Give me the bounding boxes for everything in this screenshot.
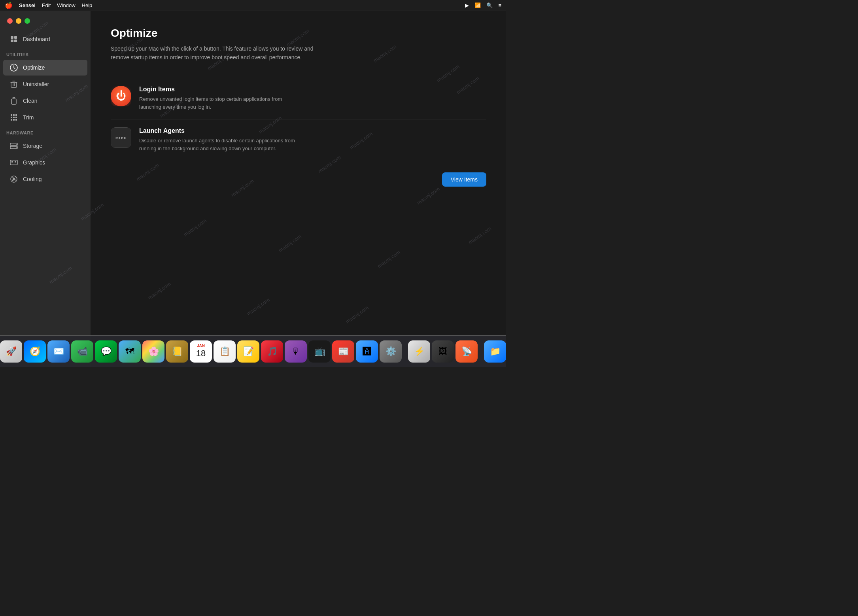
sidebar-hardware-label: Hardware [0,126,91,138]
svg-point-23 [13,178,15,180]
svg-rect-6 [11,114,12,116]
sidebar-item-clean[interactable]: Clean [3,93,87,109]
minimize-button[interactable] [16,18,21,24]
svg-rect-8 [15,114,17,116]
launch-agents-icon: exec [111,127,131,148]
cooling-icon [9,175,18,183]
menubar-control-center-icon[interactable]: ≡ [498,2,501,8]
dock-item-calendar[interactable]: JAN18 [190,340,212,363]
svg-rect-20 [11,161,13,163]
dock-item-notes[interactable]: 📝 [237,340,259,363]
sidebar-item-graphics[interactable]: Graphics [3,155,87,170]
clean-icon [9,96,18,105]
sidebar-item-label-clean: Clean [23,98,38,104]
svg-rect-2 [11,40,13,42]
view-items-button[interactable]: View Items [442,172,486,187]
dock-item-iphoto[interactable]: 🖼 [432,340,454,363]
svg-point-17 [16,144,17,145]
storage-icon [9,142,18,150]
svg-rect-5 [11,82,17,87]
sidebar-item-label-trim: Trim [23,114,34,121]
sidebar: Dashboard Utilities Optimize [0,11,91,367]
sidebar-item-cooling[interactable]: Cooling [3,171,87,187]
dock-item-reminders[interactable]: 📋 [214,340,236,363]
exec-icon: exec [111,127,131,148]
dock-item-appletv[interactable]: 📺 [308,340,331,363]
svg-rect-19 [10,160,17,165]
svg-rect-1 [14,36,17,39]
menubar-app-name[interactable]: Sensei [19,2,36,8]
login-items-text: Login Items Remove unwanted login items … [139,86,486,111]
main-layout: Dashboard Utilities Optimize [0,11,506,367]
svg-point-18 [16,147,17,148]
dock-item-facetime[interactable]: 📹 [71,340,93,363]
svg-rect-3 [14,40,17,42]
apple-menu-icon[interactable]: 🍎 [5,2,13,9]
menubar-search-icon[interactable]: 🔍 [486,2,493,8]
dock-item-notefile[interactable]: 📒 [166,340,188,363]
sidebar-item-trim[interactable]: Trim [3,110,87,125]
sidebar-item-label-optimize: Optimize [23,64,45,71]
dashboard-icon [9,35,18,43]
menubar-help[interactable]: Help [82,2,93,8]
dock-item-reeder[interactable]: 📡 [455,340,478,363]
page-title: Optimize [111,27,486,40]
dock-item-sysprefs[interactable]: ⚙️ [380,340,402,363]
menubar-edit[interactable]: Edit [42,2,51,8]
svg-rect-12 [11,119,12,121]
sidebar-item-dashboard[interactable]: Dashboard [3,31,87,47]
dock: 🔵 🚀 🧭 ✉️ 📹 💬 🗺 🌸 📒 JAN18 📋 📝 🎵 🎙 📺 📰 🅰 ⚙… [0,335,506,367]
page-description: Speed up your Mac with the click of a bu… [111,44,316,62]
svg-rect-13 [13,119,15,121]
graphics-icon [9,158,18,167]
menubar-window[interactable]: Window [57,2,75,8]
sidebar-item-storage[interactable]: Storage [3,138,87,154]
dock-item-files[interactable]: 📁 [484,340,506,363]
feature-launch-agents: exec Launch Agents Disable or remove lau… [111,119,486,161]
sidebar-item-label-cooling: Cooling [23,176,42,182]
dock-item-news[interactable]: 📰 [332,340,354,363]
dock-item-podcasts[interactable]: 🎙 [285,340,307,363]
launch-agents-desc: Disable or remove launch agents to disab… [139,137,297,153]
power-icon: ⏻ [111,86,131,106]
dock-item-messages[interactable]: 💬 [95,340,117,363]
login-items-icon: ⏻ [111,86,131,106]
dock-item-maps[interactable]: 🗺 [119,340,141,363]
optimize-icon [9,63,18,72]
sidebar-utilities-label: Utilities [0,47,91,59]
launch-agents-title: Launch Agents [139,127,486,134]
dock-item-sensei[interactable]: ⚡ [408,340,430,363]
sidebar-item-label-graphics: Graphics [23,159,45,166]
sidebar-item-uninstaller[interactable]: Uninstaller [3,76,87,92]
traffic-lights [7,18,30,24]
login-items-title: Login Items [139,86,486,93]
svg-rect-9 [11,117,12,118]
sidebar-item-optimize[interactable]: Optimize [3,60,87,76]
svg-rect-11 [15,117,17,118]
dock-item-appstore[interactable]: 🅰 [356,340,378,363]
main-content: Optimize Speed up your Mac with the clic… [91,11,506,367]
sidebar-item-label-storage: Storage [23,143,42,149]
sidebar-item-label-uninstaller: Uninstaller [23,81,49,87]
menubar-play-icon[interactable]: ▶ [465,2,469,8]
dock-item-safari[interactable]: 🧭 [24,340,46,363]
launch-agents-text: Launch Agents Disable or remove launch a… [139,127,486,153]
dock-item-launchpad[interactable]: 🚀 [0,340,22,363]
trim-icon [9,113,18,122]
svg-rect-7 [13,114,15,116]
svg-rect-21 [15,161,16,163]
dock-item-music[interactable]: 🎵 [261,340,283,363]
dock-item-photos[interactable]: 🌸 [142,340,164,363]
svg-rect-0 [11,36,13,39]
app-window: Dashboard Utilities Optimize [0,11,506,367]
svg-rect-10 [13,117,15,118]
menubar-wifi-icon[interactable]: 📶 [474,2,481,8]
uninstaller-icon [9,80,18,89]
maximize-button[interactable] [25,18,30,24]
dock-item-mail[interactable]: ✉️ [47,340,70,363]
menubar-right: ▶ 📶 🔍 ≡ [465,2,501,8]
login-items-desc: Remove unwanted login items to stop cert… [139,95,297,111]
sidebar-item-label-dashboard: Dashboard [23,36,50,42]
close-button[interactable] [7,18,13,24]
svg-rect-14 [15,119,17,121]
